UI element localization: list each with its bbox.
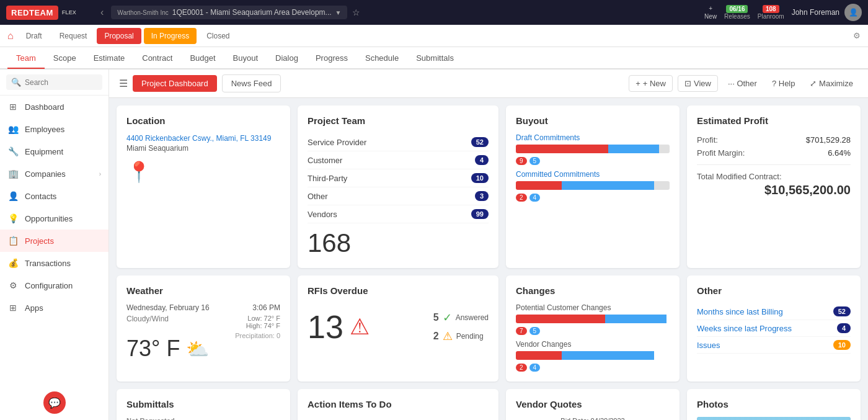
chevron-right-icon: ›: [99, 171, 101, 177]
potential-bar-red: [516, 315, 605, 323]
releases-label: Releases: [724, 13, 750, 20]
weather-title: Weather: [126, 285, 280, 296]
other-button[interactable]: ··· Other: [723, 76, 762, 91]
buyout-title: Buyout: [516, 115, 670, 126]
sidebar-item-apps[interactable]: ⊞ Apps: [0, 297, 108, 319]
margin-value: 6.64%: [828, 148, 851, 158]
main-layout: 🔍 ⊞ Dashboard 👥 Employees 🔧 Equipment 🏢 …: [0, 69, 868, 420]
nav-tab-budget[interactable]: Budget: [181, 48, 224, 69]
nav-tab-dialog[interactable]: Dialog: [267, 48, 307, 69]
sidebar-item-configuration[interactable]: ⚙ Configuration: [0, 274, 108, 297]
project-selector[interactable]: Warthon-Smith Inc 1QE0001 - Miami Seaqua…: [111, 6, 347, 19]
other-label: ··· Other: [728, 79, 757, 88]
project-dashboard-button[interactable]: Project Dashboard: [133, 75, 217, 92]
team-row-service: Service Provider 52: [308, 133, 489, 151]
nav-back-arrow[interactable]: ‹: [98, 7, 106, 18]
company-name: Warthon-Smith Inc: [117, 9, 168, 16]
user-menu[interactable]: John Foreman 👤: [792, 4, 862, 21]
changes-title: Changes: [516, 285, 670, 296]
location-address[interactable]: 4400 Rickenbacker Cswy., Miami, FL 33149: [126, 134, 271, 143]
weather-precipitation: Precipitation: 0: [235, 332, 280, 339]
tab-in-progress[interactable]: In Progress: [144, 28, 197, 44]
location-title: Location: [126, 115, 280, 126]
logo-text: REDTEAM: [11, 8, 53, 17]
sidebar-label-opportunities: Opportunities: [25, 214, 73, 223]
service-provider-label: Service Provider: [308, 138, 471, 147]
other-row-progress: Weeks since last Progress 4: [697, 320, 851, 337]
tab-proposal[interactable]: Proposal: [97, 28, 141, 44]
project-icon: 📋: [7, 235, 19, 246]
rfis-title: RFIs Overdue: [308, 285, 489, 296]
new-button[interactable]: + New: [704, 5, 717, 20]
settings-icon[interactable]: ⚙: [853, 31, 861, 40]
toolbar: ☰ Project Dashboard News Feed + + New ⊡ …: [109, 69, 868, 98]
vendors-label: Vendors: [308, 210, 471, 219]
weather-date: Wednesday, February 16: [126, 303, 210, 312]
status-tabs-bar: ⌂ Draft Request Proposal In Progress Clo…: [0, 25, 868, 47]
apps-icon: ⊞: [7, 302, 19, 313]
vendor-values: 2 4: [516, 364, 670, 372]
sidebar-item-employees[interactable]: 👥 Employees: [0, 118, 108, 140]
chat-button[interactable]: 💬: [0, 385, 108, 420]
draft-bar: [516, 145, 670, 153]
issues-link[interactable]: Issues: [697, 341, 833, 350]
planroom-button[interactable]: 108 Planroom: [758, 5, 784, 20]
draft-commitments-label[interactable]: Draft Commitments: [516, 133, 670, 142]
committed-label[interactable]: Committed Commitments: [516, 170, 670, 179]
nav-tab-buyout[interactable]: Buyout: [224, 48, 267, 69]
profit-label: Profit:: [697, 135, 718, 145]
nav-tab-schedule[interactable]: Schedule: [356, 48, 407, 69]
sidebar-item-dashboard[interactable]: ⊞ Dashboard: [0, 96, 108, 118]
sidebar: 🔍 ⊞ Dashboard 👥 Employees 🔧 Equipment 🏢 …: [0, 69, 109, 420]
action-items-card: Action Items To Do 20 🚩: [298, 389, 498, 420]
project-dropdown-icon: ▼: [335, 9, 342, 16]
weather-low: Low: 72° F: [246, 315, 280, 322]
sidebar-item-opportunities[interactable]: 💡 Opportunities: [0, 207, 108, 230]
nav-tab-submittals[interactable]: Submittals: [407, 48, 463, 69]
sidebar-label-configuration: Configuration: [25, 281, 73, 290]
new-action-button[interactable]: + + New: [629, 75, 673, 92]
weeks-progress-link[interactable]: Weeks since last Progress: [697, 324, 837, 333]
avatar: 👤: [844, 4, 862, 21]
rfi-pending-count: 2: [433, 331, 439, 342]
rfi-pending-label: Pending: [456, 332, 484, 341]
maximize-button[interactable]: ⤢ Maximize: [805, 76, 858, 91]
sidebar-item-contacts[interactable]: 👤 Contacts: [0, 185, 108, 207]
view-button[interactable]: ⊡ View: [678, 75, 718, 92]
search-input[interactable]: [25, 78, 97, 87]
sidebar-search-container: 🔍: [0, 69, 108, 96]
nav-tab-scope[interactable]: Scope: [45, 48, 85, 69]
new-label: New: [704, 13, 717, 20]
search-box[interactable]: 🔍: [6, 74, 102, 90]
sidebar-item-companies[interactable]: 🏢 Companies ›: [0, 163, 108, 185]
potential-red-val: 7: [516, 327, 527, 335]
rfis-count: 13: [308, 308, 343, 346]
other-row-billing: Months since last Billing 52: [697, 303, 851, 320]
committed-bar: [516, 181, 670, 190]
tab-request[interactable]: Request: [52, 28, 95, 44]
vendor-quotes-card: Vendor Quotes Bid Date: 04/20/2022 100% …: [506, 389, 680, 420]
sidebar-item-equipment[interactable]: 🔧 Equipment: [0, 140, 108, 163]
help-button[interactable]: ? Help: [767, 76, 800, 91]
menu-icon[interactable]: ☰: [119, 78, 128, 89]
vendor-changes-label: Vendor Changes: [516, 340, 670, 349]
releases-button[interactable]: 06/16 Releases: [724, 5, 750, 20]
tab-closed[interactable]: Closed: [199, 28, 237, 44]
sidebar-item-projects[interactable]: 📋 Projects: [0, 230, 108, 252]
news-feed-button[interactable]: News Feed: [222, 74, 281, 92]
favorite-icon[interactable]: ☆: [352, 7, 360, 17]
sidebar-item-transactions[interactable]: 💰 Transactions: [0, 252, 108, 274]
home-icon[interactable]: ⌂: [7, 30, 14, 42]
logo[interactable]: REDTEAM: [6, 6, 58, 20]
draft-blue-val: 5: [529, 157, 541, 165]
months-billing-link[interactable]: Months since last Billing: [697, 307, 833, 316]
nav-tab-team[interactable]: Team: [7, 48, 45, 69]
rfi-answered-label: Answered: [456, 313, 489, 322]
nav-tab-progress[interactable]: Progress: [307, 48, 356, 69]
vendor-blue-val: 4: [529, 364, 541, 372]
nav-tab-contract[interactable]: Contract: [133, 48, 181, 69]
top-nav: REDTEAM FLEX ‹ Warthon-Smith Inc 1QE0001…: [0, 0, 868, 25]
nav-tab-estimate[interactable]: Estimate: [85, 48, 134, 69]
tab-draft[interactable]: Draft: [19, 28, 50, 44]
help-label: ? Help: [772, 79, 795, 88]
